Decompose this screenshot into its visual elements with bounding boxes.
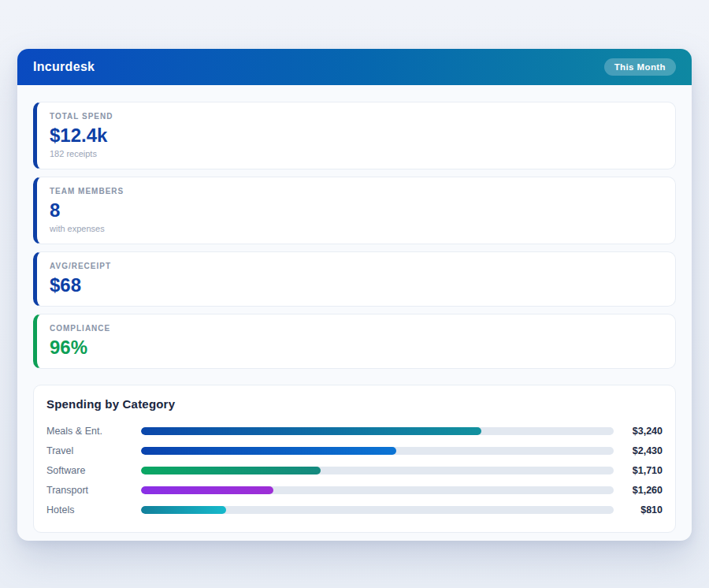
stat-value: 96% bbox=[50, 336, 663, 359]
dashboard-panel: Incurdesk This Month TOTAL SPEND $12.4k … bbox=[17, 49, 692, 541]
chart-bar-track bbox=[141, 467, 614, 474]
chart-category-label: Meals & Ent. bbox=[46, 426, 141, 437]
chart-value-label: $1,710 bbox=[614, 465, 663, 476]
stat-value: $12.4k bbox=[50, 124, 663, 147]
chart-value-label: $1,260 bbox=[614, 485, 663, 496]
stat-label: COMPLIANCE bbox=[50, 324, 663, 333]
stat-card-avg-receipt: AVG/RECEIPT $68 bbox=[33, 251, 676, 307]
stat-value: 8 bbox=[50, 199, 663, 221]
chart-rows: Meals & Ent.$3,240Travel$2,430Software$1… bbox=[46, 421, 663, 519]
chart-title: Spending by Category bbox=[46, 397, 663, 411]
chart-category-label: Transport bbox=[46, 485, 141, 496]
chart-category-label: Travel bbox=[46, 445, 141, 456]
chart-row: Hotels$810 bbox=[46, 500, 663, 519]
stat-label: AVG/RECEIPT bbox=[50, 262, 663, 271]
chart-bar-fill bbox=[141, 427, 481, 435]
stats-section: TOTAL SPEND $12.4k 182 receipts TEAM MEM… bbox=[17, 85, 692, 369]
app-title: Incurdesk bbox=[33, 60, 95, 74]
stat-subtext: 182 receipts bbox=[50, 149, 663, 159]
chart-row: Meals & Ent.$3,240 bbox=[46, 421, 663, 441]
spending-chart-card: Spending by Category Meals & Ent.$3,240T… bbox=[33, 385, 676, 533]
chart-bar-track bbox=[141, 427, 614, 435]
stat-label: TEAM MEMBERS bbox=[50, 187, 663, 196]
chart-value-label: $2,430 bbox=[614, 445, 663, 456]
chart-bar-fill bbox=[141, 447, 396, 455]
chart-bar-track bbox=[141, 447, 614, 455]
chart-row: Software$1,710 bbox=[46, 460, 663, 480]
chart-bar-fill bbox=[141, 486, 273, 494]
chart-bar-fill bbox=[141, 506, 226, 514]
chart-bar-track bbox=[141, 486, 614, 494]
stat-subtext: with expenses bbox=[50, 224, 663, 234]
chart-value-label: $810 bbox=[614, 504, 663, 515]
app-header: Incurdesk This Month bbox=[17, 49, 692, 85]
chart-bar-fill bbox=[141, 467, 321, 474]
chart-category-label: Software bbox=[46, 465, 141, 476]
stat-value: $68 bbox=[50, 274, 663, 296]
chart-category-label: Hotels bbox=[46, 504, 141, 515]
chart-row: Transport$1,260 bbox=[46, 480, 663, 500]
chart-row: Travel$2,430 bbox=[46, 441, 663, 460]
period-badge[interactable]: This Month bbox=[604, 58, 676, 76]
chart-bar-track bbox=[141, 506, 614, 514]
chart-value-label: $3,240 bbox=[614, 426, 663, 437]
stat-card-total-spend: TOTAL SPEND $12.4k 182 receipts bbox=[33, 102, 676, 169]
stat-label: TOTAL SPEND bbox=[50, 112, 663, 121]
stat-card-compliance: COMPLIANCE 96% bbox=[33, 314, 676, 369]
stat-card-team-members: TEAM MEMBERS 8 with expenses bbox=[33, 177, 676, 244]
